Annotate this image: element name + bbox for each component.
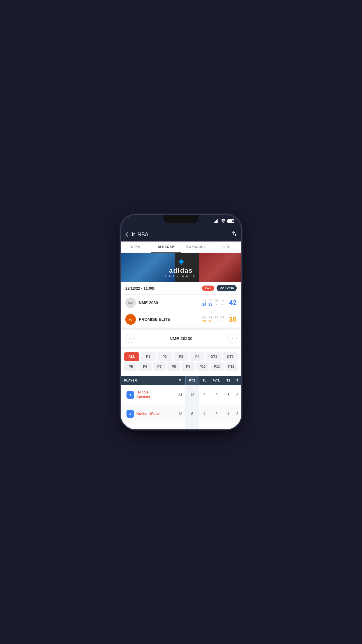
stat-t2: 8 bbox=[223, 423, 233, 429]
stat-pts: 16 bbox=[185, 423, 199, 429]
table-row: 6 ClariseShallow 231601,488 bbox=[121, 423, 241, 429]
tab-boxscore[interactable]: BOXSCORE bbox=[181, 242, 211, 253]
notch bbox=[164, 215, 198, 223]
tab-keys[interactable]: KEYS bbox=[121, 242, 151, 253]
filter-row-2: P5 P6 P7 P8 P9 P10 P11 P12 bbox=[124, 362, 238, 371]
svg-text:PE: PE bbox=[129, 319, 132, 321]
filter-p8[interactable]: P8 bbox=[167, 362, 180, 371]
game-status-group: Live P2 12:34 bbox=[202, 285, 237, 291]
teams-section: NME NME 2030 P1 24 P2 18 bbox=[121, 295, 241, 328]
ad-banner: ✦ adidas ORIGINALS bbox=[121, 253, 241, 282]
player-cell: 6 ClariseShallow bbox=[123, 426, 173, 429]
col-t2: T2 bbox=[223, 376, 233, 385]
table-header-row: PLAYER M PTS TL %TL T2 T bbox=[121, 376, 241, 385]
period-badge: P2 12:34 bbox=[217, 285, 237, 291]
filter-ot2[interactable]: OT2 bbox=[223, 352, 238, 361]
tab-bar: KEYS AI RECAP BOXSCORE LIN bbox=[121, 242, 241, 253]
filter-p12[interactable]: P12 bbox=[225, 362, 238, 371]
col-pts: PTS bbox=[185, 376, 199, 385]
stat-t: 8 bbox=[233, 385, 241, 405]
filter-p10[interactable]: P10 bbox=[196, 362, 209, 371]
phone-screen: Jr. NBA KEYS AI RECAP BOXSCORE LIN bbox=[121, 215, 241, 429]
player-cell: 1 NicoleSpenser bbox=[123, 388, 173, 402]
header: Jr. NBA bbox=[121, 228, 241, 242]
team-name-promise: PROMISE ELITE bbox=[139, 317, 202, 322]
filter-p6[interactable]: P6 bbox=[138, 362, 152, 371]
stat-t2: 4 bbox=[223, 405, 233, 423]
stat-pts: 12 bbox=[185, 385, 199, 405]
filter-p3[interactable]: P3 bbox=[173, 352, 189, 361]
col-t: T bbox=[233, 376, 241, 385]
stats-table-container: PLAYER M PTS TL %TL T2 T 1 NicoleSpenser… bbox=[121, 376, 241, 429]
player-name: Kristen Walter bbox=[136, 412, 160, 416]
filter-section: ALL P1 P2 P3 P4 OT1 OT2 P5 P6 P7 P8 P9 P… bbox=[121, 349, 241, 376]
signal-icon bbox=[214, 219, 219, 223]
svg-text:NME: NME bbox=[128, 302, 133, 304]
team-row-promise: PE PROMISE ELITE P1 20 P2 16 bbox=[121, 311, 241, 328]
table-row: 4 Kristen Walter 1284848 bbox=[121, 405, 241, 423]
filter-p4[interactable]: P4 bbox=[190, 352, 205, 361]
team-nav-prev[interactable]: ‹ bbox=[125, 334, 135, 343]
col-pct-tl: %TL bbox=[210, 376, 223, 385]
filter-all[interactable]: ALL bbox=[124, 352, 139, 361]
svg-rect-2 bbox=[216, 220, 217, 223]
svg-rect-3 bbox=[217, 219, 218, 223]
q-label-p1: P1 bbox=[202, 299, 206, 302]
filter-p9[interactable]: P9 bbox=[182, 362, 195, 371]
stats-table: PLAYER M PTS TL %TL T2 T 1 NicoleSpenser… bbox=[121, 376, 241, 429]
filter-p1[interactable]: P1 bbox=[140, 352, 156, 361]
filter-ot1[interactable]: OT1 bbox=[206, 352, 221, 361]
filter-p2[interactable]: P2 bbox=[157, 352, 172, 361]
table-row: 1 NicoleSpenser 24122868 bbox=[121, 385, 241, 405]
selected-team-name: NME 20230 bbox=[169, 336, 192, 341]
team-total-promise: 36 bbox=[229, 315, 237, 323]
team-row-nme: NME NME 2030 P1 24 P2 18 bbox=[121, 295, 241, 311]
team-quarters-promise: P1 20 P2 16 P3 - P4 - bbox=[202, 316, 224, 323]
stat-t: 8 bbox=[233, 423, 241, 429]
svg-rect-0 bbox=[214, 222, 215, 223]
player-name: NicoleSpenser bbox=[136, 390, 150, 399]
stat-tl: 0 bbox=[199, 423, 210, 429]
tab-ai-recap[interactable]: AI RECAP bbox=[151, 242, 181, 253]
team-logo-promise: PE bbox=[125, 314, 136, 325]
stat-pts: 8 bbox=[185, 405, 199, 423]
tab-lineup[interactable]: LIN bbox=[211, 242, 242, 253]
stat-pct-tl: 1,4 bbox=[210, 423, 223, 429]
player-name: ClariseShallow bbox=[136, 428, 150, 429]
team-total-nme: 42 bbox=[229, 299, 237, 307]
col-player: PLAYER bbox=[121, 376, 175, 385]
battery-icon bbox=[227, 219, 234, 223]
header-title: Jr. NBA bbox=[131, 232, 148, 238]
filter-p7[interactable]: P7 bbox=[153, 362, 166, 371]
team-nav-next[interactable]: › bbox=[227, 334, 237, 343]
team-logo-nme: NME bbox=[125, 298, 136, 308]
player-number: 1 bbox=[126, 391, 134, 399]
filter-row-1: ALL P1 P2 P3 P4 OT1 OT2 bbox=[124, 352, 238, 361]
back-button[interactable]: Jr. NBA bbox=[125, 232, 148, 238]
svg-rect-1 bbox=[215, 221, 216, 223]
filter-p11[interactable]: P11 bbox=[210, 362, 224, 371]
content-area: ✦ adidas ORIGINALS 22/12/22 - 11:00h Liv… bbox=[121, 253, 241, 429]
stat-t: 8 bbox=[233, 405, 241, 423]
stat-t2: 6 bbox=[223, 385, 233, 405]
stat-m: 12 bbox=[175, 405, 185, 423]
stats-tbody: 1 NicoleSpenser 24122868 4 Kristen Walte… bbox=[121, 385, 241, 429]
stat-tl: 4 bbox=[199, 405, 210, 423]
team-nav: ‹ NME 20230 › bbox=[121, 330, 241, 346]
col-tl: TL bbox=[199, 376, 210, 385]
game-datetime: 22/12/22 - 11:00h bbox=[125, 286, 155, 290]
player-number: 4 bbox=[126, 410, 134, 418]
ad-sub: ORIGINALS bbox=[165, 274, 197, 278]
player-cell: 4 Kristen Walter bbox=[123, 408, 173, 420]
stat-m: 24 bbox=[175, 385, 185, 405]
share-button[interactable] bbox=[231, 231, 237, 238]
filter-p5[interactable]: P5 bbox=[124, 362, 137, 371]
wifi-icon bbox=[221, 219, 226, 223]
live-badge: Live bbox=[202, 286, 214, 291]
q-score-p1-nme: 24 bbox=[202, 302, 206, 307]
team-quarters-nme: P1 24 P2 18 P3 - P4 - bbox=[202, 299, 224, 307]
col-m: M bbox=[175, 376, 185, 385]
phone-frame: Jr. NBA KEYS AI RECAP BOXSCORE LIN bbox=[121, 215, 241, 429]
stat-tl: 2 bbox=[199, 385, 210, 405]
team-name-nme: NME 2030 bbox=[139, 300, 202, 305]
